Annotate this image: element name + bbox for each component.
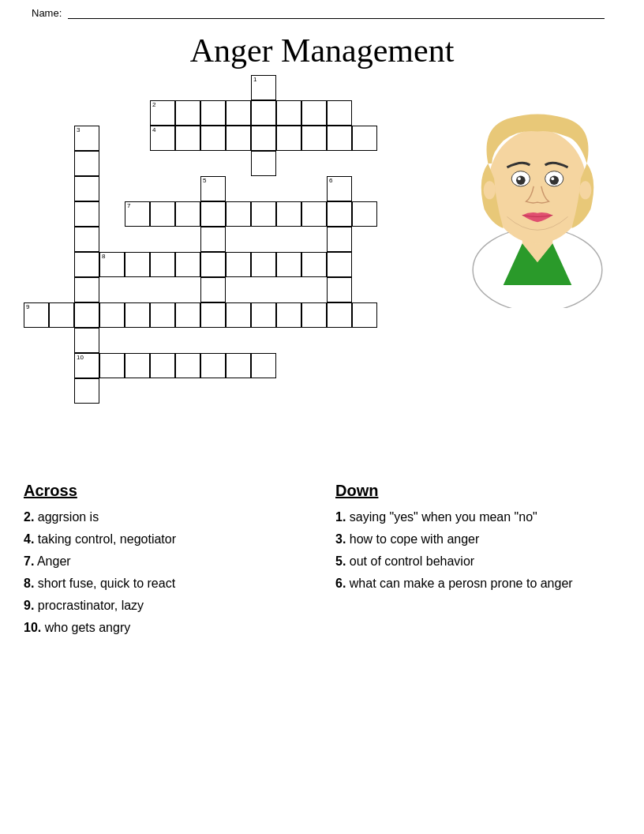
- clue-down-6: 6. what can make a perosn prone to anger: [335, 574, 616, 593]
- crossword-cell[interactable]: [99, 353, 125, 378]
- crossword-cell[interactable]: 9: [24, 302, 49, 328]
- crossword-cell[interactable]: [276, 126, 301, 151]
- crossword-cell[interactable]: [74, 378, 99, 404]
- name-input-line: [68, 6, 605, 19]
- crossword-cell[interactable]: 5: [200, 176, 226, 201]
- clue-down-5: 5. out of control behavior: [335, 552, 616, 571]
- svg-point-4: [579, 181, 591, 199]
- crossword-cell[interactable]: [352, 302, 377, 328]
- name-label: Name:: [32, 6, 605, 19]
- crossword-cell[interactable]: 7: [125, 201, 150, 227]
- clue-down-1: 1. saying "yes" when you mean "no": [335, 508, 616, 527]
- down-title: Down: [335, 482, 616, 500]
- crossword-grid: // Define grid cells based on crossword …: [24, 75, 442, 478]
- crossword-cell[interactable]: [150, 302, 175, 328]
- svg-point-3: [484, 181, 496, 199]
- crossword-cell[interactable]: [327, 126, 352, 151]
- crossword-cell[interactable]: [327, 227, 352, 252]
- crossword-cell[interactable]: [276, 100, 301, 126]
- crossword-cell[interactable]: [74, 176, 99, 201]
- crossword-cell[interactable]: [276, 302, 301, 328]
- crossword-cell[interactable]: [175, 201, 200, 227]
- crossword-cell[interactable]: [200, 252, 226, 277]
- face-illustration: [447, 103, 628, 308]
- crossword-cell[interactable]: [301, 252, 327, 277]
- crossword-cell[interactable]: [226, 201, 251, 227]
- clue-across-8: 8. short fuse, quick to react: [24, 574, 304, 593]
- crossword-cell[interactable]: [327, 100, 352, 126]
- crossword-cell[interactable]: [99, 302, 125, 328]
- clue-across-2: 2. aggrsion is: [24, 508, 304, 527]
- crossword-cell[interactable]: [226, 100, 251, 126]
- crossword-cell[interactable]: [327, 277, 352, 302]
- crossword-cell[interactable]: [150, 353, 175, 378]
- page-title: Anger Management: [0, 24, 644, 70]
- crossword-cell[interactable]: [74, 277, 99, 302]
- crossword-cell[interactable]: [150, 252, 175, 277]
- face-svg: [447, 103, 628, 308]
- crossword-cell[interactable]: [226, 302, 251, 328]
- crossword-cell[interactable]: [175, 302, 200, 328]
- across-title: Across: [24, 482, 304, 500]
- crossword-cell[interactable]: [49, 302, 74, 328]
- crossword-cell[interactable]: 2: [150, 100, 175, 126]
- crossword-cell[interactable]: [251, 100, 276, 126]
- crossword-cell[interactable]: [327, 252, 352, 277]
- crossword-cell[interactable]: [74, 227, 99, 252]
- crossword-cell[interactable]: [301, 201, 327, 227]
- crossword-cell[interactable]: 8: [99, 252, 125, 277]
- crossword-cell[interactable]: [200, 277, 226, 302]
- crossword-cell[interactable]: [352, 201, 377, 227]
- crossword-cell[interactable]: [327, 302, 352, 328]
- crossword-cell[interactable]: [200, 201, 226, 227]
- crossword-cell[interactable]: [150, 201, 175, 227]
- clue-across-10: 10. who gets angry: [24, 618, 304, 637]
- crossword-cell[interactable]: [175, 126, 200, 151]
- clue-down-3: 3. how to cope with anger: [335, 530, 616, 549]
- down-clues: Down 1. saying "yes" when you mean "no" …: [335, 482, 616, 641]
- crossword-cell[interactable]: [200, 302, 226, 328]
- crossword-cell[interactable]: 4: [150, 126, 175, 151]
- crossword-cell[interactable]: [301, 302, 327, 328]
- crossword-cell[interactable]: [276, 201, 301, 227]
- crossword-cell[interactable]: [251, 353, 276, 378]
- crossword-cell[interactable]: [200, 100, 226, 126]
- crossword-cell[interactable]: [200, 227, 226, 252]
- crossword-cell[interactable]: [276, 252, 301, 277]
- crossword-cell[interactable]: [200, 126, 226, 151]
- crossword-cell[interactable]: [74, 151, 99, 176]
- crossword-cell[interactable]: [125, 252, 150, 277]
- crossword-cell[interactable]: [251, 302, 276, 328]
- crossword-cell[interactable]: [125, 302, 150, 328]
- crossword-cell[interactable]: [226, 126, 251, 151]
- crossword-cell[interactable]: [251, 252, 276, 277]
- crossword-cell[interactable]: [175, 252, 200, 277]
- crossword-cell[interactable]: [251, 126, 276, 151]
- crossword-cell[interactable]: [200, 353, 226, 378]
- crossword-cell[interactable]: [226, 252, 251, 277]
- svg-point-7: [516, 175, 526, 185]
- crossword-cell[interactable]: [251, 201, 276, 227]
- crossword-cell[interactable]: [74, 302, 99, 328]
- crossword-cell[interactable]: 1: [251, 75, 276, 100]
- svg-point-2: [488, 130, 586, 243]
- clue-across-7: 7. Anger: [24, 552, 304, 571]
- crossword-cell[interactable]: [352, 126, 377, 151]
- crossword-cell[interactable]: [226, 353, 251, 378]
- crossword-cell[interactable]: 3: [74, 126, 99, 151]
- crossword-cell[interactable]: 10: [74, 353, 99, 378]
- across-clues: Across 2. aggrsion is 4. taking control,…: [24, 482, 304, 641]
- crossword-cell[interactable]: [301, 100, 327, 126]
- clues-section: Across 2. aggrsion is 4. taking control,…: [24, 482, 616, 641]
- crossword-cell[interactable]: 6: [327, 176, 352, 201]
- crossword-cell[interactable]: [301, 126, 327, 151]
- crossword-cell[interactable]: [74, 328, 99, 353]
- crossword-cell[interactable]: [74, 252, 99, 277]
- crossword-cell[interactable]: [327, 201, 352, 227]
- crossword-cell[interactable]: [175, 100, 200, 126]
- crossword-cell[interactable]: [74, 201, 99, 227]
- crossword-cell[interactable]: [251, 151, 276, 176]
- crossword-cell[interactable]: [125, 353, 150, 378]
- svg-point-9: [518, 177, 521, 180]
- crossword-cell[interactable]: [175, 353, 200, 378]
